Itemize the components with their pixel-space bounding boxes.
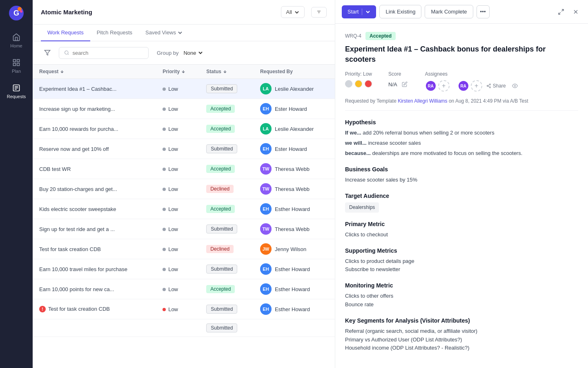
cell-status: Declined [200,239,254,259]
assignee-add-button[interactable]: + [438,80,450,92]
supporting-metrics-body: Clicks to product details page Subscribe… [345,257,578,274]
dealerships-tag[interactable]: Dealerships [345,202,379,213]
app-logo[interactable]: G [8,5,24,21]
requested-by: Requested by Template Kirsten Allegri Wi… [345,98,578,111]
avatar: EH [260,143,272,155]
table-row[interactable]: Reserve now and get 10% offLowSubmittedE… [33,139,335,159]
cell-status: Accepted [200,119,254,139]
share-button[interactable]: Share [484,82,508,90]
requested-by-name: Theresa Webb [275,226,310,232]
monitoring-metric-title: Monitoring Metric [345,282,578,289]
requested-by-cell: TWTheresa Webb [260,223,328,235]
group-by-select[interactable]: None [183,50,203,56]
dots-icon: ••• [480,9,486,15]
table-body: Experiment Idea #1 – Cashbac...LowSubmit… [33,79,335,337]
avatar: EH [260,283,272,295]
primary-metric-section: Primary Metric Clicks to checkout [345,221,578,239]
cell-requested-by: LALeslie Alexander [254,119,335,139]
more-options-button[interactable]: ••• [477,5,490,18]
score-edit-button[interactable] [401,80,409,88]
requested-by-cell: EHEsther Howard [260,303,328,315]
requested-by-name: Leslie Alexander [275,86,314,92]
key-segments-body: Referral (organic search, social media, … [345,327,578,352]
business-goals-body: Increase scooter sales by 15% [345,176,578,184]
table-row[interactable]: CDB test WRLowAcceptedTWTheresa Webb [33,159,335,179]
cell-priority [156,319,200,337]
start-button[interactable]: Start [342,5,376,18]
requested-by-author[interactable]: Kirsten Allegri Williams [398,98,447,104]
cell-priority: Low [156,79,200,99]
sidebar-item-home[interactable]: Home [0,29,33,52]
tab-work-requests[interactable]: Work Requests [41,25,90,41]
filter-all-select[interactable]: All [281,6,305,18]
search-input[interactable] [73,50,143,56]
cell-priority: Low [156,279,200,299]
svg-point-3 [20,10,22,13]
monitoring-metric-section: Monitoring Metric Clicks to other offers… [345,282,578,309]
status-badge: Declined [206,245,234,253]
table-row[interactable]: !Test for task creation CDBLowSubmittedE… [33,299,335,319]
col-header-request[interactable]: Request [33,65,156,79]
table-row[interactable]: Earn 10,000 rewards for purcha...LowAcce… [33,119,335,139]
avatar: EH [260,103,272,114]
assignee-add-button-2[interactable]: + [471,80,482,92]
sidebar-item-label: Requests [7,94,26,99]
supporting-metrics-title: Supporting Metrics [345,247,578,254]
cell-requested-by: TWTheresa Webb [254,179,335,199]
table-row[interactable]: Earn 10,000 points for new ca...LowAccep… [33,279,335,299]
requested-by-name: Ester Howard [275,106,307,112]
filter-extra-select[interactable] [311,7,327,18]
table-row[interactable]: Kids electric scooter sweepstakeLowAccep… [33,199,335,219]
hypothesis-because: because... dealerships are more motivate… [345,149,578,158]
tab-pitch-requests[interactable]: Pitch Requests [90,25,139,41]
sidebar-item-plan[interactable]: Plan [0,55,33,77]
cell-request: Test for task creation CDB [33,239,156,259]
hypothesis-section: Hypothesis If we... add 20% referral bon… [345,119,578,157]
cell-priority: Low [156,179,200,199]
supporting-metrics-section: Supporting Metrics Clicks to product det… [345,247,578,274]
col-header-priority[interactable]: Priority [156,65,200,79]
table-row[interactable]: Earn 10,000 travel miles for purchaseLow… [33,259,335,279]
requested-by-cell: TWTheresa Webb [260,183,328,195]
svg-rect-5 [17,60,20,62]
filter-toggle-button[interactable] [41,46,54,59]
hypothesis-we-will: we will... increase scooter sales [345,139,578,148]
table-row[interactable]: Increase sign up for marketing...LowAcce… [33,99,335,119]
search-field[interactable] [59,47,149,59]
status-badge: Accepted [365,32,396,40]
score-box: N/A [388,80,409,88]
table-row[interactable]: Buy 20 station-charges and get...LowDecl… [33,179,335,199]
table-row[interactable]: Submitted [33,319,335,337]
requested-by-cell: TWTheresa Webb [260,163,328,175]
col-header-status[interactable]: Status [200,65,254,79]
share-label: Share [493,83,506,89]
cell-requested-by: EHEsther Howard [254,299,335,319]
mark-complete-button[interactable]: Mark Complete [425,5,473,18]
cell-request: Buy 20 station-charges and get... [33,179,156,199]
cell-status: Declined [200,179,254,199]
requested-by-cell: EHEster Howard [260,143,328,155]
saved-views-label: Saved Views [145,29,176,36]
tab-saved-views[interactable]: Saved Views [139,25,189,41]
table-row[interactable]: Sign up for test ride and get a ...LowSu… [33,219,335,239]
link-existing-button[interactable]: Link Existing [379,5,421,18]
close-button[interactable] [570,6,581,18]
svg-line-18 [561,9,564,11]
priority-label: Priority: Low [345,71,372,77]
table-row[interactable]: Test for task creation CDBLowDeclinedJWJ… [33,239,335,259]
svg-point-24 [489,87,490,88]
hypothesis-title: Hypothesis [345,119,578,126]
cell-request: Earn 10,000 rewards for purcha... [33,119,156,139]
status-badge: Declined [206,185,234,193]
requested-by-name: Esther Howard [275,266,310,272]
cell-status: Accepted [200,279,254,299]
panel-toolbar: Start Link Existing Mark Complete ••• [335,0,588,24]
table-row[interactable]: Experiment Idea #1 – Cashbac...LowSubmit… [33,79,335,99]
eye-button[interactable] [510,81,520,91]
target-audience-body: Dealerships [345,202,578,213]
cell-request: Earn 10,000 travel miles for purchase [33,259,156,279]
svg-line-25 [488,86,489,87]
sidebar-item-requests[interactable]: Requests [0,80,33,102]
expand-button[interactable] [555,6,567,18]
avatar: LA [260,123,272,135]
